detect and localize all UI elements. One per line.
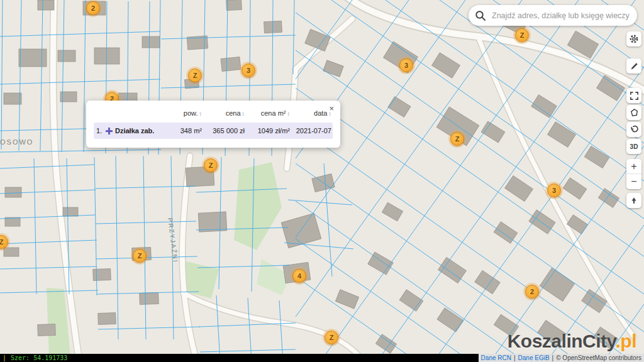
site-logo[interactable]: KoszalinCity.pl xyxy=(508,331,636,352)
logo-text: KoszalinCity xyxy=(508,331,616,351)
latitude-readout: Szer: 54.191733 xyxy=(11,354,67,361)
sort-icon[interactable]: ↕ xyxy=(199,111,203,117)
sort-icon[interactable]: ↕ xyxy=(287,111,291,117)
fullscreen-icon xyxy=(630,91,639,101)
map-marker[interactable]: 2 xyxy=(525,285,539,299)
map-marker[interactable]: 3 xyxy=(547,184,561,197)
parcel-type: Działka zab. xyxy=(115,127,169,134)
parcel-popup: × pow.↕ cena↕ cena m²↕ data↕ 1. Działka … xyxy=(86,101,340,148)
column-data[interactable]: data↕ xyxy=(291,109,333,117)
status-prefix: | xyxy=(3,354,6,361)
column-cena-m2[interactable]: cena m²↕ xyxy=(246,109,291,117)
history-icon xyxy=(630,125,639,134)
north-button[interactable] xyxy=(626,193,641,208)
north-arrow-icon xyxy=(630,196,638,205)
row-index: 1. xyxy=(94,127,104,134)
app-window: OSOWO PRZYJAŹNI 2Z33Z2ZZ3ZZ42Z × pow.↕ c… xyxy=(0,0,644,362)
parcel-price: 365 000 zł xyxy=(203,127,246,134)
map-marker[interactable]: Z xyxy=(204,158,218,172)
reset-view-button[interactable] xyxy=(626,122,641,137)
map-marker[interactable]: 3 xyxy=(242,63,255,77)
map-marker[interactable]: Z xyxy=(188,69,202,82)
parcel-area: 348 m² xyxy=(169,127,203,134)
map-marker[interactable]: Z xyxy=(0,235,8,249)
search-input[interactable] xyxy=(491,11,631,21)
gear-icon xyxy=(629,34,639,44)
map-marker[interactable]: 3 xyxy=(399,58,413,72)
zoom-controls: + − xyxy=(626,159,641,189)
markers-layer: 2Z33Z2ZZ3ZZ42Z xyxy=(0,0,644,362)
logo-tld: .pl xyxy=(616,331,637,351)
attribution-egib-link[interactable]: Dane EGiB xyxy=(518,354,550,361)
popup-header-row: pow.↕ cena↕ cena m²↕ data↕ xyxy=(94,109,333,117)
map-marker[interactable]: Z xyxy=(450,132,464,146)
table-row[interactable]: 1. Działka zab. 348 m² 365 000 zł 1049 z… xyxy=(94,123,333,139)
fullscreen-button[interactable] xyxy=(626,88,641,103)
zoom-in-button[interactable]: + xyxy=(626,159,641,174)
map-marker[interactable]: Z xyxy=(133,249,147,263)
column-cena[interactable]: cena↕ xyxy=(203,109,246,117)
map-marker[interactable]: 4 xyxy=(292,269,306,283)
map-attribution: Dane RCN | Dane EGiB | © OpenStreetMap c… xyxy=(479,354,644,362)
map-marker[interactable]: Z xyxy=(325,331,338,344)
close-icon[interactable]: × xyxy=(329,104,334,112)
sort-icon[interactable]: ↕ xyxy=(242,111,245,117)
settings-button[interactable] xyxy=(626,31,641,47)
pencil-icon xyxy=(630,62,639,71)
column-pow[interactable]: pow.↕ xyxy=(169,109,203,117)
attribution-rcn-link[interactable]: Dane RCN xyxy=(481,354,511,361)
parcel-unit-price: 1049 zł/m² xyxy=(246,127,291,134)
zoom-out-button[interactable]: − xyxy=(626,174,641,189)
map-marker[interactable]: Z xyxy=(515,28,529,42)
polygon-icon xyxy=(630,108,639,118)
parcel-cross-icon xyxy=(104,128,115,134)
map-marker[interactable]: 2 xyxy=(86,1,100,15)
draw-button[interactable] xyxy=(626,58,641,74)
attribution-osm: © OpenStreetMap contributors xyxy=(556,354,641,361)
area-select-button[interactable] xyxy=(626,105,641,120)
search-bar xyxy=(469,5,637,26)
parcel-date: 2021-07-07 xyxy=(291,127,333,134)
3d-view-button[interactable]: 3D xyxy=(626,139,641,154)
search-icon[interactable] xyxy=(475,10,486,21)
